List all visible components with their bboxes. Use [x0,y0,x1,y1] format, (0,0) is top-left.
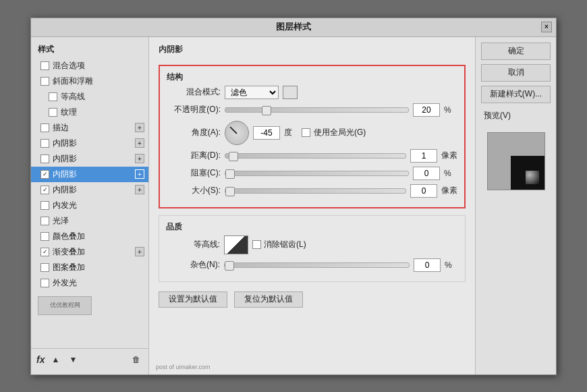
blend-options-checkbox[interactable] [40,61,49,70]
quality-label: 品质 [166,221,458,233]
inner-glow-checkbox[interactable] [40,155,49,163]
inner-shadow-selected-checkbox[interactable] [40,170,49,179]
sidebar-item-satin[interactable]: 光泽 [31,213,148,229]
blend-options-label: 混合选项 [53,60,85,72]
size-label: 大小(S): [167,185,221,196]
main-area: 内阴影 结构 混合模式: 滤色 不透明度(O): [149,37,475,374]
pattern-overlay-checkbox[interactable] [40,263,49,272]
anti-alias-group: 消除锯齿(L) [252,239,306,250]
bevel-emboss-checkbox[interactable] [40,77,49,86]
gradient-overlay-checkbox[interactable] [40,248,49,256]
preview-label-row: 预览(V) [481,110,551,121]
outer-glow-checkbox[interactable] [40,279,49,287]
sidebar-item-inner-glow[interactable]: 内阴影 + [31,151,148,167]
size-slider-thumb[interactable] [225,187,235,196]
angle-input[interactable] [253,126,280,140]
layer-style-dialog: 图层样式 × 样式 混合选项 斜面和浮雕 等高线 [30,18,557,375]
choke-label: 阻塞(C): [167,167,221,179]
cancel-button[interactable]: 取消 [481,64,551,82]
sidebar-item-texture[interactable]: 纹理 [31,105,148,120]
color-overlay-checkbox[interactable] [40,232,49,241]
sidebar-item-color-overlay[interactable]: 颜色叠加 [31,229,148,244]
set-default-button[interactable]: 设置为默认值 [159,291,227,308]
title-bar: 图层样式 × [31,18,556,37]
noise-input[interactable] [414,258,441,272]
choke-slider-thumb[interactable] [225,169,235,179]
sidebar-item-blend-options[interactable]: 混合选项 [31,58,148,74]
sidebar-item-inner-shadow1[interactable]: 内阴影 + [31,136,148,151]
reset-default-button[interactable]: 复位为默认值 [234,291,303,308]
close-button[interactable]: × [541,22,552,32]
inner-glow-plus-btn[interactable]: + [135,154,144,163]
contour-checkbox[interactable] [49,92,57,101]
inner-shadow-selected-label: 内阴影 [53,169,77,180]
ok-button[interactable]: 确定 [481,43,551,60]
action-buttons: 设置为默认值 复位为默认值 [159,291,466,308]
inner-shadow1-plus-btn[interactable]: + [135,138,144,148]
distance-unit: 像素 [441,150,457,161]
quality-box: 品质 等高线: 消除锯齿(L) 杂色(N): [159,215,466,282]
stroke-checkbox[interactable] [40,123,49,132]
opacity-unit: % [444,105,457,115]
gradient-overlay-label: 渐变叠加 [53,246,85,258]
noise-slider[interactable] [224,262,410,268]
sidebar-item-outer-glow[interactable]: 外发光 [31,275,148,291]
contour-curve-thumb[interactable] [224,235,248,254]
opacity-slider[interactable] [225,107,409,113]
satin-checkbox[interactable] [40,217,49,225]
gradient-overlay-plus-btn[interactable]: + [135,247,144,256]
inner-shadow-selected-plus-btn[interactable]: + [135,169,144,179]
preview-area [487,132,545,190]
anti-alias-checkbox[interactable] [252,240,261,249]
sidebar-item-inner-shadow-selected[interactable]: 内阴影 + [31,167,148,182]
blend-mode-row: 混合模式: 滤色 [167,86,457,99]
distance-input[interactable] [410,149,437,163]
opacity-label: 不透明度(O): [167,104,221,115]
sidebar-item-bevel-emboss[interactable]: 斜面和浮雕 [31,74,148,89]
choke-slider[interactable] [225,171,409,176]
blend-color-box[interactable] [283,86,298,99]
opacity-input[interactable] [413,103,440,117]
move-up-button[interactable]: ▲ [49,353,62,366]
bevel-emboss-label: 斜面和浮雕 [53,76,93,87]
inner-glow2-checkbox[interactable] [40,201,49,210]
global-light-checkbox[interactable] [302,128,310,137]
left-bottom-bar: fx ▲ ▼ 🗑 [31,348,148,370]
distance-slider[interactable] [225,153,406,159]
sidebar-item-inner-shadow2[interactable]: 内阴影 + [31,182,148,198]
size-slider[interactable] [225,188,406,194]
delete-button[interactable]: 🗑 [130,353,143,366]
choke-unit: % [444,169,457,178]
choke-input[interactable] [413,167,440,180]
global-light-row: 使用全局光(G) [302,127,366,138]
sidebar-item-pattern-overlay[interactable]: 图案叠加 [31,260,148,275]
move-down-button[interactable]: ▼ [66,353,80,366]
distance-label: 距离(D): [167,150,221,161]
angle-row: 角度(A): 度 使用全局光(G) [167,121,457,145]
angle-unit: 度 [284,127,298,138]
inner-shadow2-checkbox[interactable] [40,186,49,194]
logo-area: 优优教程网 [38,296,92,315]
new-style-button[interactable]: 新建样式(W)... [481,86,551,103]
size-input[interactable] [410,184,437,198]
distance-slider-thumb[interactable] [229,152,238,161]
sidebar-item-inner-glow2[interactable]: 内发光 [31,198,148,213]
inner-glow-label: 内阴影 [53,153,77,165]
angle-dial[interactable] [225,121,249,145]
texture-checkbox[interactable] [49,108,57,117]
inner-shadow1-label: 内阴影 [53,138,77,149]
sidebar-item-gradient-overlay[interactable]: 渐变叠加 + [31,244,148,260]
inner-shadow1-checkbox[interactable] [40,139,49,148]
inner-shadow2-plus-btn[interactable]: + [135,185,144,194]
satin-label: 光泽 [53,215,69,227]
blend-mode-select[interactable]: 滤色 [225,86,279,99]
preview-label-text: 预览(V) [484,110,511,121]
noise-slider-thumb[interactable] [225,261,234,271]
sidebar-item-stroke[interactable]: 描边 + [31,120,148,136]
opacity-slider-thumb[interactable] [262,106,271,115]
left-panel: 样式 混合选项 斜面和浮雕 等高线 纹理 [31,37,149,374]
sidebar-item-contour[interactable]: 等高线 [31,89,148,105]
inner-shadow-title: 内阴影 [159,44,466,55]
stroke-plus-btn[interactable]: + [135,123,144,132]
angle-label: 角度(A): [167,127,221,138]
